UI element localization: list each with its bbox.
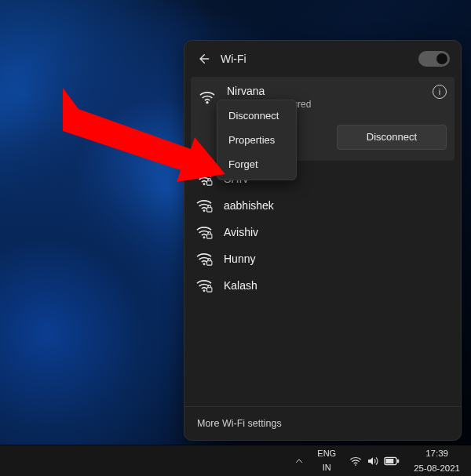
svg-point-7 [203,263,205,264]
wifi-locked-icon [195,252,213,266]
chevron-up-icon [294,456,304,466]
network-row[interactable]: Kalash [191,272,455,299]
network-context-menu: Disconnect Properties Forget [217,100,297,180]
svg-rect-2 [207,180,212,184]
disconnect-button[interactable]: Disconnect [337,125,447,150]
network-name: aabhishek [224,199,274,212]
svg-rect-4 [207,207,212,211]
network-row[interactable]: Hunny [191,245,455,272]
more-wifi-settings[interactable]: More Wi-Fi settings [184,406,461,440]
wifi-icon [199,90,216,104]
system-tray[interactable] [343,445,406,477]
svg-rect-14 [397,459,399,463]
back-button[interactable] [195,51,211,67]
battery-icon [384,456,400,466]
svg-point-12 [355,464,356,466]
lang-primary: ENG [317,449,336,459]
wifi-locked-icon [195,278,213,293]
svg-point-0 [206,102,209,104]
context-properties[interactable]: Properties [217,128,296,152]
network-row[interactable]: aabhishek [191,192,455,219]
wifi-locked-icon [195,225,213,239]
context-forget[interactable]: Forget [217,152,296,176]
clock-date: 25-08-2021 [414,463,460,474]
language-switcher[interactable]: ENG IN [312,445,341,477]
wifi-locked-icon [195,172,213,186]
tray-overflow-button[interactable] [288,445,310,477]
network-name: Hunny [224,253,255,265]
network-name: Avishiv [224,226,258,238]
desktop-background: Wi-Fi Nirvana C [0,0,471,476]
svg-point-9 [203,289,205,291]
taskbar: ENG IN 17:39 25-08-2021 [0,445,471,476]
arrow-left-icon [197,53,210,65]
network-name: Kalash [224,279,257,292]
svg-rect-10 [207,287,212,291]
clock[interactable]: 17:39 25-08-2021 [407,445,466,477]
wifi-flyout-header: Wi-Fi [184,41,461,77]
svg-point-1 [203,183,205,184]
svg-rect-6 [207,234,212,238]
svg-point-3 [203,209,205,211]
info-icon[interactable]: i [433,85,447,99]
network-row[interactable]: Avishiv [191,219,455,245]
wifi-icon [349,456,362,467]
svg-rect-15 [385,458,393,463]
clock-time: 17:39 [425,449,448,459]
wifi-locked-icon [195,198,213,213]
lang-secondary: IN [323,463,331,473]
svg-rect-8 [207,260,212,264]
svg-point-5 [203,236,205,238]
flyout-title: Wi-Fi [221,53,246,65]
volume-icon [367,456,379,467]
context-disconnect[interactable]: Disconnect [217,104,296,128]
wifi-toggle[interactable] [418,51,450,67]
active-network-name: Nirvana [227,85,311,99]
